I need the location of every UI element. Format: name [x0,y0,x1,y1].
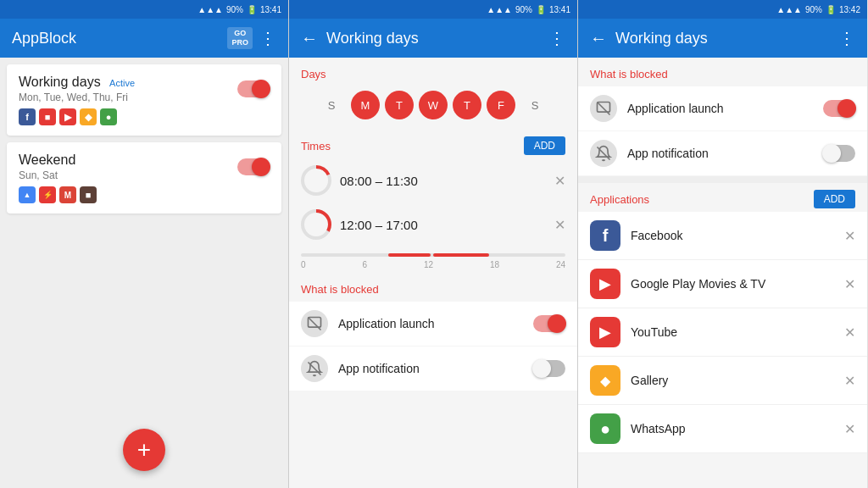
panel3-title: Working days [615,30,708,47]
back-button-2[interactable]: ← [301,29,318,48]
day-T1[interactable]: T [385,91,414,119]
remove-time-2[interactable]: ✕ [554,217,565,233]
times-label: Times [301,140,331,152]
schedule-days: Mon, Tue, Wed, Thu, Fri [19,92,135,103]
list-item-whatsapp: ● WhatsApp ✕ [578,405,867,453]
day-S2[interactable]: S [520,91,549,119]
youtube-app-icon: ▶ [590,317,620,347]
battery-text: 90% [226,5,243,14]
notif-toggle-3[interactable] [823,145,855,162]
weekend-name: Weekend [19,152,75,167]
list-item-gplay: ▶ Google Play Movies & TV ✕ [578,260,867,308]
back-button-3[interactable]: ← [590,29,607,48]
remove-time-1[interactable]: ✕ [554,173,565,189]
add-time-button[interactable]: ADD [524,136,565,155]
launch-label: Application launch [338,317,523,330]
svg-line-5 [309,318,321,330]
facebook-app-name: Facebook [631,229,834,242]
active-badge: Active [109,78,135,88]
panel2-content: Days S M T W T F S Times ADD 08:00 – 11:… [289,58,577,488]
timeline-fill-2 [433,253,489,257]
go-pro-badge[interactable]: GOPRO [227,27,253,49]
day-T2[interactable]: T [453,91,481,119]
pie-chart-2 [301,209,331,240]
day-W[interactable]: W [419,91,448,119]
remove-youtube[interactable]: ✕ [844,324,855,341]
times-header: Times ADD [289,130,577,158]
gdrive-icon: ▲ [19,186,36,203]
days-row: S M T W T F S [289,86,577,130]
battery-text-3: 90% [805,5,822,14]
card-title-area-2: Weekend Sun, Sat [19,152,75,181]
app2-icon: ■ [39,108,56,125]
blocked-item-launch: Application launch [289,302,577,346]
remove-gplay[interactable]: ✕ [844,276,855,292]
whatsapp-app-icon: ● [590,413,620,444]
weekend-app-icons: ▲ ⚡ M ■ [19,186,270,203]
battery-icon-2: 🔋 [536,5,546,14]
launch-toggle[interactable] [533,315,565,332]
remove-facebook[interactable]: ✕ [844,228,855,244]
menu-icon-2[interactable]: ⋮ [548,28,565,48]
timeline-labels: 0 6 12 18 24 [301,260,565,269]
time-range-1: 08:00 – 11:30 [340,174,546,188]
gallery-app-name: Gallery [631,374,834,387]
time-range-2: 12:00 – 17:00 [340,218,546,232]
launch-toggle-3[interactable] [823,100,855,117]
fab-button[interactable]: + [123,429,165,471]
pie-chart-1 [301,165,331,196]
app-header-2: ← Working days ⋮ [289,19,577,58]
remove-gallery[interactable]: ✕ [844,373,855,389]
app4-icon: ◆ [80,108,97,125]
notif-toggle[interactable] [533,360,565,377]
schedule-name: Working days [19,75,101,89]
toggle-knob-2 [252,158,270,176]
facebook-icon: f [19,108,36,125]
app-header-1: AppBlock GOPRO ⋮ [0,19,288,58]
remove-whatsapp[interactable]: ✕ [844,421,855,437]
gallery-app-icon: ◆ [590,365,620,396]
battery-text-2: 90% [515,5,532,14]
menu-icon-3[interactable]: ⋮ [838,28,855,48]
status-bar-2: ▲▲▲ 90% 🔋 13:41 [289,0,577,19]
notif-block-icon-3 [590,140,617,167]
signal-icon: ▲▲▲ [198,5,223,14]
panel-2: ▲▲▲ 90% 🔋 13:41 ← Working days ⋮ Days S … [289,0,578,488]
weekend-toggle[interactable] [237,158,270,175]
toggle-knob-launch [548,314,566,333]
timeline-track [301,253,565,257]
notif-block-icon [301,355,328,382]
status-bar-3: ▲▲▲ 90% 🔋 13:42 [578,0,867,19]
time-item-1: 08:00 – 11:30 ✕ [289,158,577,202]
toggle-knob-launch-3 [837,99,856,118]
header-actions: GOPRO ⋮ [227,27,276,49]
timeline-fill-1 [388,253,431,257]
app-icons: f ■ ▶ ◆ ● [19,108,270,125]
days-label: Days [289,58,577,86]
youtube-icon: ▶ [59,108,76,125]
toggle-knob-notif [532,359,551,378]
list-item-facebook: f Facebook ✕ [578,212,867,260]
add-app-button[interactable]: ADD [814,190,855,208]
app2w-icon: ⚡ [39,186,56,203]
tl-6: 6 [362,260,367,269]
panel-1: ▲▲▲ 90% 🔋 13:41 AppBlock GOPRO ⋮ Working… [0,0,289,488]
facebook-app-icon: f [590,220,620,251]
signal-icon-3: ▲▲▲ [776,5,802,14]
signal-icon-2: ▲▲▲ [487,5,512,14]
menu-icon[interactable]: ⋮ [259,28,276,48]
working-days-toggle[interactable] [237,80,270,97]
main-content-1: Working days Active Mon, Tue, Wed, Thu, … [0,58,288,488]
day-M[interactable]: M [351,91,380,119]
panel2-title: Working days [326,30,419,47]
app4w-icon: ■ [80,186,97,203]
time-item-2: 12:00 – 17:00 ✕ [289,202,577,247]
app-header-3: ← Working days ⋮ [578,19,867,58]
blocked-item-launch-3: Application launch [578,86,867,130]
day-S1[interactable]: S [317,91,346,119]
apps-label: Applications [590,193,649,206]
tl-12: 12 [424,260,433,269]
toggle-knob-notif-3 [822,144,841,163]
battery-icon-3: 🔋 [826,5,836,14]
day-F[interactable]: F [487,91,515,119]
